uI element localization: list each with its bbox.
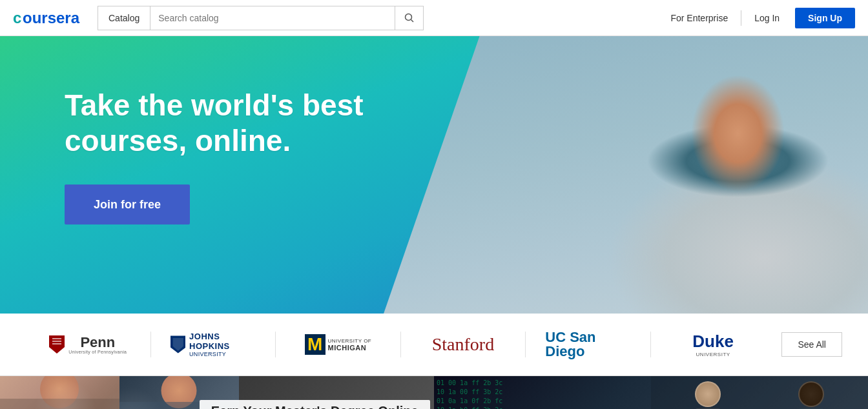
partners-bar: Penn University of Pennsylvania JOHNS HO… — [0, 314, 868, 376]
svg-line-3 — [411, 19, 413, 22]
card-left[interactable]: Earn Your Master's Degree Online — [0, 376, 434, 409]
card-left-text: Earn Your Master's Degree Online — [200, 400, 430, 410]
partner-stanford: Stanford — [401, 329, 526, 360]
svg-rect-5 — [52, 338, 61, 339]
svg-text:oursera: oursera — [23, 9, 80, 26]
partner-duke: Duke UNIVERSITY — [651, 326, 776, 363]
penn-name: Penn — [80, 335, 115, 350]
card-right[interactable]: 01 00 1a ff 2b 3c 10 1a 00 ff 3b 2c 01 0… — [434, 376, 868, 409]
partner-ucsd: UC San Diego — [526, 325, 650, 364]
duke-sub-text: UNIVERSITY — [696, 352, 730, 357]
ucsd-main-text: UC San Diego — [545, 330, 631, 359]
duke-text: Duke — [692, 332, 734, 352]
join-free-button[interactable]: Join for free — [65, 185, 190, 224]
penn-shield-icon — [49, 335, 65, 354]
hero-section: Take the world's best courses, online. J… — [0, 36, 868, 314]
coursera-logo: c oursera — [13, 9, 87, 27]
michigan-main-text: MICHIGAN — [328, 344, 372, 352]
header-divider — [741, 10, 741, 26]
search-icon — [404, 13, 415, 23]
cards-section: Earn Your Master's Degree Online 01 00 1… — [0, 376, 868, 409]
catalog-button[interactable]: Catalog — [98, 6, 150, 30]
for-enterprise-link[interactable]: For Enterprise — [663, 9, 736, 27]
svg-rect-7 — [52, 343, 61, 344]
search-input[interactable] — [150, 6, 395, 30]
hero-content: Take the world's best courses, online. J… — [0, 36, 426, 224]
michigan-univ-text: UNIVERSITY OF — [328, 338, 372, 344]
svg-text:c: c — [13, 9, 21, 26]
search-button[interactable] — [395, 6, 424, 30]
see-all-button[interactable]: See All — [781, 332, 842, 357]
partner-johns-hopkins: JOHNS HOPKINS UNIVERSITY — [151, 326, 276, 363]
jh-sub-text: UNIVERSITY — [189, 351, 256, 357]
johns-hopkins-shield-icon — [170, 335, 185, 354]
partner-michigan: M UNIVERSITY OF MICHIGAN — [276, 329, 400, 360]
hero-title: Take the world's best courses, online. — [65, 88, 426, 159]
jh-main-text: JOHNS HOPKINS — [189, 332, 256, 351]
penn-subtext: University of Pennsylvania — [68, 350, 127, 354]
login-button[interactable]: Log In — [747, 9, 787, 27]
logo[interactable]: c oursera — [13, 9, 87, 27]
michigan-m-logo: M — [305, 334, 326, 355]
search-container: Catalog — [98, 6, 424, 30]
stanford-text: Stanford — [432, 334, 494, 355]
partner-penn: Penn University of Pennsylvania — [26, 330, 150, 359]
signup-button[interactable]: Sign Up — [795, 8, 855, 28]
header-right: For Enterprise Log In Sign Up — [663, 8, 855, 28]
svg-point-2 — [405, 14, 411, 20]
svg-rect-6 — [52, 341, 61, 342]
header: c oursera Catalog For Enterprise Log In … — [0, 0, 868, 36]
